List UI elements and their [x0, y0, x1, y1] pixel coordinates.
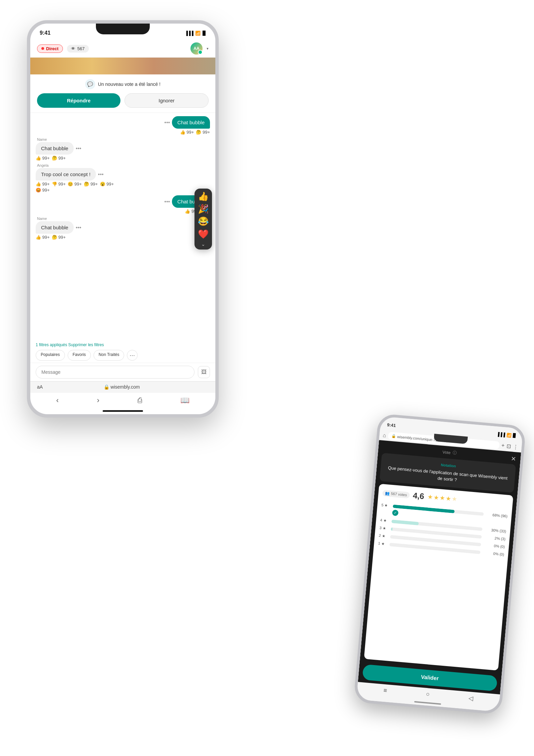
wifi-icon: 📶 [195, 31, 201, 36]
home-bar-2 [414, 701, 441, 705]
reactions-right-1: 👍 99+ 🤔 99+ [180, 130, 210, 135]
chevron-down-icon[interactable]: ▾ [207, 46, 209, 51]
status-icons-2: ▐▐▐ 📶 ▉ [496, 432, 516, 438]
filter-chip-favoris[interactable]: Favoris [68, 350, 91, 361]
phone-main: 9:41 ▐▐▐ 📶 ▉ Direct 👁 567 AA ▾ [27, 20, 219, 418]
direct-label: Direct [46, 46, 59, 51]
vote-modal-label: Vote [442, 450, 451, 455]
message-options-left-2-icon[interactable]: ••• [76, 225, 81, 231]
bubble-gray-2: Chat bubble [36, 221, 74, 234]
forward-button[interactable]: › [97, 396, 99, 405]
chat-name-2: Name [36, 217, 47, 221]
home-bar [103, 410, 143, 412]
react-a2[interactable]: 👎 99+ [52, 182, 66, 187]
emoji-expand-icon[interactable]: ⌄ [201, 241, 205, 247]
star-3: ★ [439, 494, 445, 502]
signal-icon: ▐▐▐ [185, 31, 193, 36]
bar-fill-3 [391, 527, 393, 531]
reactions-angela: 👍 99+ 👎 99+ 😊 99+ 🤔 99+ 😮 99+ [36, 182, 114, 187]
chat-bubble-left-1: Name Chat bubble ••• 👍 99+ 🤔 99+ [36, 137, 210, 161]
bookmarks-button[interactable]: 📖 [180, 396, 189, 405]
message-options-angela-icon[interactable]: ••• [98, 171, 104, 177]
reaction-thinking[interactable]: 🤔 99+ [196, 130, 210, 135]
lock-icon: 🔒 [391, 434, 396, 438]
eye-icon: 👁 [71, 46, 75, 51]
avatar[interactable]: AA [190, 42, 203, 55]
emoji-laugh[interactable]: 😂 [198, 216, 209, 227]
bar-label-1: 1 ★ [378, 541, 388, 546]
direct-badge[interactable]: Direct [37, 44, 63, 53]
star-1: ★ [427, 493, 433, 501]
avatar-initials: AA [193, 46, 199, 51]
signal-2-icon: ▐▐▐ [496, 432, 505, 437]
browser-home-icon[interactable]: ⌂ [383, 432, 386, 438]
message-options-icon[interactable]: ••• [164, 120, 170, 126]
star-4: ★ [445, 495, 451, 502]
check-icon: ✓ [392, 510, 399, 517]
emoji-heart[interactable]: ❤️ [198, 229, 209, 239]
chat-vote-icon: 💬 [87, 81, 93, 87]
message-input[interactable] [36, 366, 194, 379]
reaction-left-thumbs-up[interactable]: 👍 99+ [36, 156, 50, 161]
message-options-right-2-icon[interactable]: ••• [164, 199, 170, 205]
notch [96, 24, 150, 34]
tab-view-icon[interactable]: ⊡ [506, 443, 511, 450]
react-l2-2[interactable]: 🤔 99+ [52, 235, 66, 240]
reply-button[interactable]: Répondre [37, 93, 120, 108]
react-a4[interactable]: 🤔 99+ [84, 182, 98, 187]
info-icon[interactable]: ⓘ [452, 450, 457, 456]
views-badge: 👁 567 [67, 45, 89, 53]
chat-bubble-right-1: ••• Chat bubble 👍 99+ 🤔 99+ [36, 116, 210, 135]
more-options-icon[interactable]: ⋮ [512, 443, 519, 450]
ignore-button[interactable]: Ignorer [124, 93, 209, 108]
emoji-thumbs-up[interactable]: 👍 [198, 191, 209, 202]
stars-row: ★ ★ ★ ★ ★ [427, 493, 457, 503]
share-button[interactable]: ⎙ [138, 396, 142, 405]
rating-results: 👥 567 votes 4,6 ★ ★ ★ ★ ★ 5 ★ [364, 484, 513, 671]
font-size-control[interactable]: aA [37, 384, 43, 390]
react-l2-1[interactable]: 👍 99+ [36, 235, 50, 240]
star-5: ★ [451, 495, 457, 503]
bubble-teal-1: Chat bubble [172, 116, 210, 129]
top-bar: Direct 👁 567 AA ▾ [30, 40, 215, 58]
filter-area: 1 filtres appliqués Supprimer les filtre… [30, 340, 215, 363]
reactions-left-1: 👍 99+ 🤔 99+ [36, 156, 66, 161]
status-time-2: 9:41 [387, 422, 396, 428]
filter-applied-text: 1 filtres appliqués [36, 342, 68, 347]
nav-lines-icon[interactable]: ≡ [383, 687, 387, 695]
chat-bubble-angela: Angela Trop cool ce concept ! ••• 👍 99+ … [36, 163, 210, 193]
message-options-left-icon[interactable]: ••• [76, 145, 81, 152]
remove-filters-link[interactable]: Supprimer les filtres [68, 342, 104, 347]
react-a1[interactable]: 👍 99+ [36, 182, 50, 187]
bar-pct-5: 68% (96) [486, 512, 508, 518]
wifi-2-icon: 📶 [506, 433, 512, 438]
message-input-area: 🖼 [30, 363, 215, 381]
emoji-party[interactable]: 🎉 [198, 204, 209, 214]
modal-close-button[interactable]: ✕ [510, 455, 516, 463]
add-tab-icon[interactable]: + [501, 442, 505, 449]
nav-triangle-icon[interactable]: ◁ [468, 694, 474, 702]
reactions-angela-2: 😡 99+ [36, 188, 50, 193]
reaction-thumbs-up[interactable]: 👍 99+ [180, 130, 194, 135]
nav-circle-icon[interactable]: ○ [426, 691, 430, 698]
react-a5[interactable]: 😮 99+ [100, 182, 114, 187]
star-2: ★ [433, 494, 439, 501]
status-time: 9:41 [40, 30, 50, 36]
vote-icon: 💬 [85, 79, 95, 89]
filter-chip-populaires[interactable]: Populaires [36, 350, 65, 361]
views-count: 567 [77, 46, 85, 51]
filter-chip-non-traites[interactable]: Non Traités [94, 350, 124, 361]
image-attach-button[interactable]: 🖼 [198, 366, 210, 378]
total-votes-text: 567 votes [391, 491, 407, 497]
browser-url: 🔒 wisembly.com [104, 384, 140, 390]
filter-more-button[interactable]: ⋯ [127, 350, 138, 361]
vote-text-row: 💬 Un nouveau vote a été lancé ! [85, 79, 161, 89]
react-a6[interactable]: 😡 99+ [36, 188, 50, 193]
rating-score: 4,6 [413, 491, 425, 501]
reaction-left-thinking[interactable]: 🤔 99+ [52, 156, 66, 161]
bar-pct-2: 0% (0) [483, 543, 505, 549]
react-a3[interactable]: 😊 99+ [68, 182, 82, 187]
vote-notification: 💬 Un nouveau vote a été lancé ! Répondre… [30, 74, 215, 113]
home-indicator [30, 407, 215, 414]
back-button[interactable]: ‹ [56, 396, 59, 405]
